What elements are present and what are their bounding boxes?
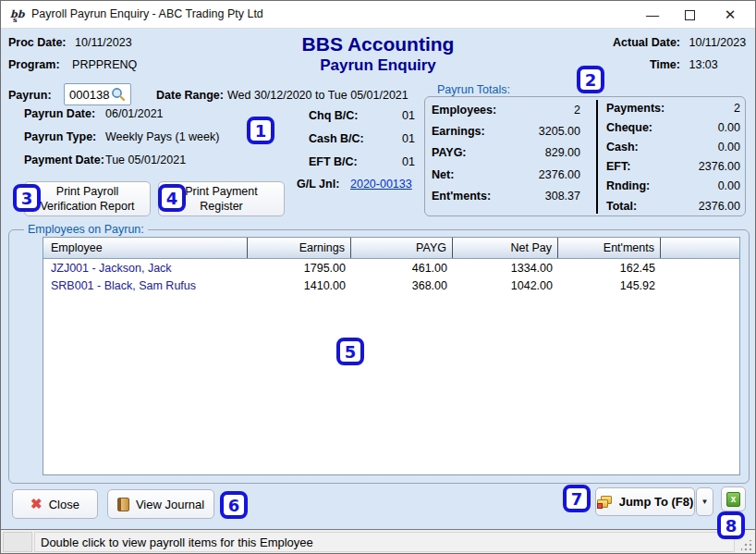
search-icon[interactable] <box>111 87 126 102</box>
payrun-totals-left-column: Employees:2 Earnings:3205.00 PAYG:829.00… <box>432 99 580 207</box>
jump-to-label: Jump To (F8) <box>619 495 694 509</box>
payrun-date-value: 06/01/2021 <box>105 107 164 120</box>
actual-date-row: Actual Date: 10/11/2023 <box>574 36 746 49</box>
totals-divider <box>596 100 598 214</box>
app-icon: bb s <box>9 6 26 23</box>
employee-earnings: 1410.00 <box>248 277 351 294</box>
employee-entments: 162.45 <box>558 259 661 277</box>
column-header-filler <box>661 238 739 258</box>
chevron-down-icon: ▼ <box>701 498 709 506</box>
employee-entments: 145.92 <box>558 277 661 294</box>
payment-date-value: Tue 05/01/2021 <box>105 154 186 166</box>
close-button-label: Close <box>49 498 79 511</box>
cash-bc-label: Cash B/C: <box>309 132 364 145</box>
title-bar: bb s Payroll Payrun Enquiry - ABC Tradin… <box>1 1 755 29</box>
totals-label: Earnings: <box>432 125 485 138</box>
status-bar: Double click to view payroll items for t… <box>1 529 755 554</box>
close-button[interactable]: ✖ Close <box>12 489 98 519</box>
annotation-8: 8 <box>717 511 745 539</box>
close-icon: ✖ <box>30 496 43 512</box>
payment-date-label: Payment Date: <box>24 154 104 166</box>
print-verification-button[interactable]: Print Payroll Verification Report <box>24 181 151 216</box>
payrun-type-value: Weekly Pays (1 week) <box>105 130 219 143</box>
employee-name[interactable]: SRB001 - Black, Sam Rufus <box>43 277 248 294</box>
view-journal-button[interactable]: View Journal <box>107 489 214 519</box>
annotation-4: 4 <box>158 184 186 212</box>
excel-icon: x <box>726 492 740 507</box>
employee-netpay: 1334.00 <box>453 259 558 277</box>
totals-value: 2376.00 <box>539 168 580 181</box>
chq-bc-value: 01 <box>378 109 415 122</box>
row-filler <box>661 277 739 294</box>
employee-earnings: 1795.00 <box>248 259 351 277</box>
actual-date-value: 10/11/2023 <box>689 36 746 49</box>
annotation-6: 6 <box>220 491 248 519</box>
resize-grip[interactable] <box>741 540 752 551</box>
employee-name[interactable]: JZJ001 - Jackson, Jack <box>43 259 248 277</box>
employees-header-row[interactable]: Employee Earnings PAYG Net Pay Ent'ments <box>43 238 739 259</box>
payrun-totals-right-column: Payments:2 Cheque:0.00 Cash:0.00 EFT:237… <box>606 98 740 215</box>
totals-label: Payments: <box>606 102 665 115</box>
window-title: Payroll Payrun Enquiry - ABC Trading Pty… <box>31 7 263 20</box>
employee-payg: 461.00 <box>351 259 453 277</box>
date-range-value: Wed 30/12/2020 to Tue 05/01/2021 <box>227 89 408 102</box>
totals-value: 0.00 <box>718 121 740 134</box>
folders-icon <box>597 496 613 509</box>
row-filler <box>661 259 739 277</box>
svg-text:s: s <box>13 15 18 23</box>
table-row[interactable]: SRB001 - Black, Sam Rufus 1410.00 368.00… <box>43 277 739 294</box>
totals-value: 308.37 <box>545 190 580 203</box>
payrun-totals-title: Payrun Totals: <box>433 83 514 96</box>
journal-icon <box>117 498 129 511</box>
totals-value: 2 <box>734 102 740 115</box>
maximize-icon <box>685 10 695 20</box>
window-close-button[interactable]: ✕ <box>714 1 746 29</box>
minimize-button[interactable]: — <box>639 1 666 29</box>
jump-to-dropdown-button[interactable]: ▼ <box>696 487 713 516</box>
cash-bc-value: 01 <box>378 132 415 145</box>
totals-label: Rnding: <box>606 179 650 192</box>
payrun-label: Payrun: <box>8 89 52 102</box>
maximize-button[interactable] <box>676 1 703 29</box>
table-row[interactable]: JZJ001 - Jackson, Jack 1795.00 461.00 13… <box>43 259 739 277</box>
column-header-netpay[interactable]: Net Pay <box>453 238 558 258</box>
status-message: Double click to view payroll items for t… <box>34 532 735 552</box>
actual-date-label: Actual Date: <box>574 36 680 49</box>
totals-value: 829.00 <box>545 146 580 159</box>
print-register-line1: Print Payment <box>185 184 258 199</box>
totals-value: 0.00 <box>718 179 740 192</box>
print-verification-line2: Verification Report <box>40 199 134 214</box>
employees-list: Employee Earnings PAYG Net Pay Ent'ments… <box>43 237 740 475</box>
annotation-3: 3 <box>13 184 41 212</box>
totals-label: PAYG: <box>432 146 467 159</box>
payrun-date-label: Payrun Date: <box>24 107 95 120</box>
totals-value: 2376.00 <box>699 200 740 213</box>
eft-bc-value: 01 <box>378 155 415 168</box>
print-register-line2: Register <box>200 199 243 214</box>
employee-payg: 368.00 <box>351 277 453 294</box>
chq-bc-label: Chq B/C: <box>309 109 358 122</box>
column-header-payg[interactable]: PAYG <box>351 238 453 258</box>
column-header-earnings[interactable]: Earnings <box>248 238 351 258</box>
gl-jnl-label: G/L Jnl: <box>297 178 339 191</box>
export-excel-button[interactable]: x <box>721 486 746 511</box>
date-range-label: Date Range: <box>156 89 224 102</box>
employee-netpay: 1042.00 <box>453 277 558 294</box>
annotation-1: 1 <box>247 117 274 144</box>
app-window: bb s Payroll Payrun Enquiry - ABC Tradin… <box>0 0 756 554</box>
column-header-employee[interactable]: Employee <box>43 238 248 258</box>
totals-label: Total: <box>606 200 637 213</box>
totals-value: 2376.00 <box>699 160 740 173</box>
status-left-panel <box>3 532 32 552</box>
payrun-type-label: Payrun Type: <box>24 130 96 143</box>
totals-label: Net: <box>432 168 454 181</box>
gl-jnl-link[interactable]: 2020-00133 <box>350 178 412 191</box>
eft-bc-label: EFT B/C: <box>309 155 358 168</box>
column-header-entments[interactable]: Ent'ments <box>558 238 661 258</box>
totals-label: Cash: <box>606 141 639 154</box>
totals-value: 2 <box>574 104 580 117</box>
jump-to-button[interactable]: Jump To (F8) <box>595 487 695 516</box>
totals-label: EFT: <box>606 160 630 173</box>
totals-label: Ent'ments: <box>432 190 491 203</box>
annotation-2: 2 <box>577 66 604 93</box>
